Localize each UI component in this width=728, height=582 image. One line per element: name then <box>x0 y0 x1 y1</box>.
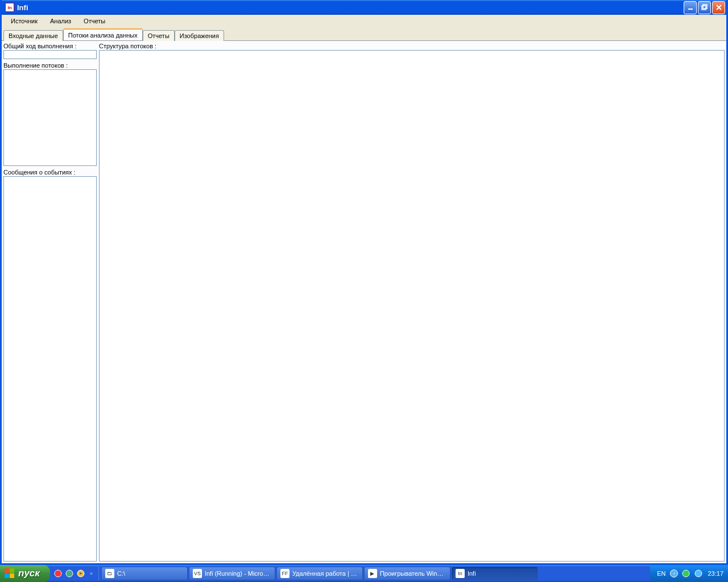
svg-point-8 <box>66 570 73 577</box>
structure-panel <box>99 50 725 562</box>
thread-exec-panel <box>3 69 97 166</box>
system-tray: EN ‹ 23:17 <box>650 565 728 582</box>
svg-rect-0 <box>688 9 693 10</box>
overall-progress-bar <box>3 50 97 59</box>
visualstudio-icon: VS <box>193 569 202 578</box>
task-mediaplayer[interactable]: ▶ Проигрыватель Win… <box>364 567 450 580</box>
svg-point-7 <box>55 570 61 577</box>
left-panel: Общий ход выполнения : Выполнение потоко… <box>3 42 97 562</box>
menu-source[interactable]: Источник <box>5 16 43 26</box>
svg-point-11 <box>695 570 702 577</box>
maximize-icon <box>701 4 708 11</box>
svg-rect-2 <box>703 5 707 9</box>
menu-reports[interactable]: Отчеты <box>78 16 111 26</box>
tab-input-data[interactable]: Входные данные <box>3 30 63 41</box>
task-firefox[interactable]: FF Удалённая работа | … <box>276 567 363 580</box>
right-panel: Структура потоков : <box>99 42 725 562</box>
tray-icon-2[interactable] <box>694 569 703 578</box>
quick-launch-icon-2[interactable] <box>65 569 74 578</box>
tray-icon-1[interactable] <box>681 569 690 578</box>
structure-label: Структура потоков : <box>99 42 725 50</box>
quick-launch-expand[interactable]: » <box>88 571 95 576</box>
tabstrip: Входные данные Потоки анализа данных Отч… <box>2 27 726 40</box>
app-icon: In <box>456 569 465 578</box>
task-infi[interactable]: In Infi <box>452 567 538 580</box>
svg-rect-5 <box>5 573 9 578</box>
taskbar-clock[interactable]: 23:17 <box>706 570 723 577</box>
titlebar[interactable]: In Infi <box>2 0 726 15</box>
app-icon: In <box>5 3 14 12</box>
minimize-button[interactable] <box>684 1 697 14</box>
window-title: Infi <box>17 3 684 12</box>
app-window: In Infi Источник Анализ Отчеты Входные д… <box>0 0 728 565</box>
quick-launch-icon-3[interactable] <box>76 569 85 578</box>
task-label: Удалённая работа | … <box>292 570 357 577</box>
close-icon <box>715 4 722 11</box>
svg-point-10 <box>682 570 689 577</box>
svg-rect-6 <box>10 573 14 578</box>
task-explorer[interactable]: 🗀 C:\ <box>101 567 188 580</box>
task-label: Проигрыватель Win… <box>380 570 444 577</box>
task-visualstudio[interactable]: VS Infi (Running) - Micro… <box>189 567 275 580</box>
task-label: C:\ <box>117 570 125 577</box>
taskbar-tasks: 🗀 C:\ VS Infi (Running) - Micro… FF Удал… <box>99 566 650 581</box>
svg-rect-3 <box>5 568 9 573</box>
mediaplayer-icon: ▶ <box>368 569 377 578</box>
menu-analysis[interactable]: Анализ <box>44 16 77 26</box>
tray-expand-icon[interactable]: ‹ <box>670 569 678 577</box>
events-panel <box>3 176 97 562</box>
menubar: Источник Анализ Отчеты <box>2 15 726 27</box>
language-indicator[interactable]: EN <box>656 570 667 577</box>
start-button[interactable]: пуск <box>0 565 50 582</box>
svg-rect-4 <box>10 568 14 573</box>
overall-progress-label: Общий ход выполнения : <box>3 42 97 50</box>
events-label: Сообщения о событиях : <box>3 168 97 176</box>
close-button[interactable] <box>712 1 725 14</box>
windows-logo-icon <box>5 568 15 579</box>
thread-exec-label: Выполнение потоков : <box>3 61 97 69</box>
window-controls <box>684 1 725 14</box>
start-label: пуск <box>18 568 40 579</box>
content-area: Общий ход выполнения : Выполнение потоко… <box>2 40 726 563</box>
task-label: Infi <box>468 570 476 577</box>
firefox-icon: FF <box>280 569 289 578</box>
minimize-icon <box>687 4 694 11</box>
taskbar: пуск » 🗀 C:\ VS Infi (Running) - Micro… … <box>0 565 728 582</box>
tab-reports[interactable]: Отчеты <box>143 30 175 41</box>
folder-icon: 🗀 <box>105 569 114 578</box>
svg-rect-1 <box>702 6 706 10</box>
quick-launch: » <box>50 567 99 580</box>
tab-analysis-threads[interactable]: Потоки анализа данных <box>63 28 143 40</box>
quick-launch-icon-1[interactable] <box>53 569 63 578</box>
tab-images[interactable]: Изображения <box>175 30 224 41</box>
task-label: Infi (Running) - Micro… <box>205 570 270 577</box>
maximize-button[interactable] <box>698 1 711 14</box>
